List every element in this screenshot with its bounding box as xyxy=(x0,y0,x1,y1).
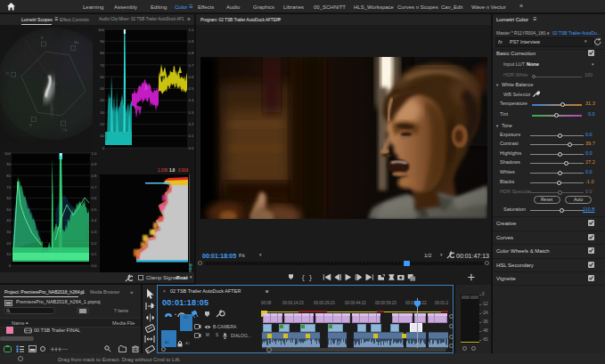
svg-text:0.5: 0.5 xyxy=(92,207,97,212)
svg-text:0.2: 0.2 xyxy=(92,241,97,246)
svg-text:0.3: 0.3 xyxy=(189,110,194,115)
svg-text:30: 30 xyxy=(6,230,11,234)
svg-text:0.916: 0.916 xyxy=(178,168,189,173)
svg-text:70: 70 xyxy=(6,185,11,190)
svg-text:0.3: 0.3 xyxy=(92,230,97,234)
svg-text:1.0: 1.0 xyxy=(92,151,97,156)
svg-text:0.7: 0.7 xyxy=(92,185,97,190)
svg-text:{: { xyxy=(301,274,305,281)
svg-text:50: 50 xyxy=(6,207,11,212)
svg-text:10: 10 xyxy=(100,133,104,138)
svg-text:30: 30 xyxy=(100,110,104,115)
svg-text:0.7: 0.7 xyxy=(189,63,194,68)
svg-text:G: G xyxy=(29,123,32,127)
svg-text:1.0: 1.0 xyxy=(189,28,194,32)
svg-text:R: R xyxy=(41,36,44,40)
svg-text:0.0: 0.0 xyxy=(92,263,97,268)
svg-text:90: 90 xyxy=(100,39,104,44)
svg-text:0.8: 0.8 xyxy=(189,51,194,55)
svg-text:60: 60 xyxy=(100,75,104,79)
svg-text:0.9: 0.9 xyxy=(189,39,194,44)
svg-text:0.2: 0.2 xyxy=(189,122,194,126)
svg-text:80: 80 xyxy=(6,174,11,178)
svg-text:0.5: 0.5 xyxy=(189,86,194,91)
svg-text:Cy: Cy xyxy=(62,127,67,132)
svg-text:80: 80 xyxy=(100,51,104,55)
svg-text:0.4: 0.4 xyxy=(92,218,97,222)
svg-text:100: 100 xyxy=(98,28,105,32)
svg-text:0.8: 0.8 xyxy=(92,174,97,178)
svg-text:10: 10 xyxy=(6,252,11,256)
svg-text:20: 20 xyxy=(6,241,11,246)
svg-text:0.1: 0.1 xyxy=(92,252,97,256)
svg-text:70: 70 xyxy=(100,63,104,68)
svg-text:1.0: 1.0 xyxy=(169,168,176,173)
svg-text:Mg: Mg xyxy=(74,40,79,44)
svg-text:90: 90 xyxy=(6,162,11,166)
svg-text:0.1: 0.1 xyxy=(189,133,194,138)
svg-text:40: 40 xyxy=(6,218,11,222)
svg-text:1.036: 1.036 xyxy=(158,168,168,173)
svg-text:100: 100 xyxy=(4,151,12,156)
svg-text:0.6: 0.6 xyxy=(92,196,97,200)
svg-text:Yl: Yl xyxy=(6,71,10,76)
svg-text:60: 60 xyxy=(6,196,11,200)
svg-text:50: 50 xyxy=(100,86,104,91)
svg-text:0.9: 0.9 xyxy=(92,162,97,166)
svg-text:}: } xyxy=(309,274,313,281)
svg-text:0.4: 0.4 xyxy=(189,98,194,102)
svg-text:0.0: 0.0 xyxy=(189,146,194,150)
svg-text:0.6: 0.6 xyxy=(189,75,194,79)
svg-text:20: 20 xyxy=(100,122,104,126)
svg-text:40: 40 xyxy=(100,98,104,102)
